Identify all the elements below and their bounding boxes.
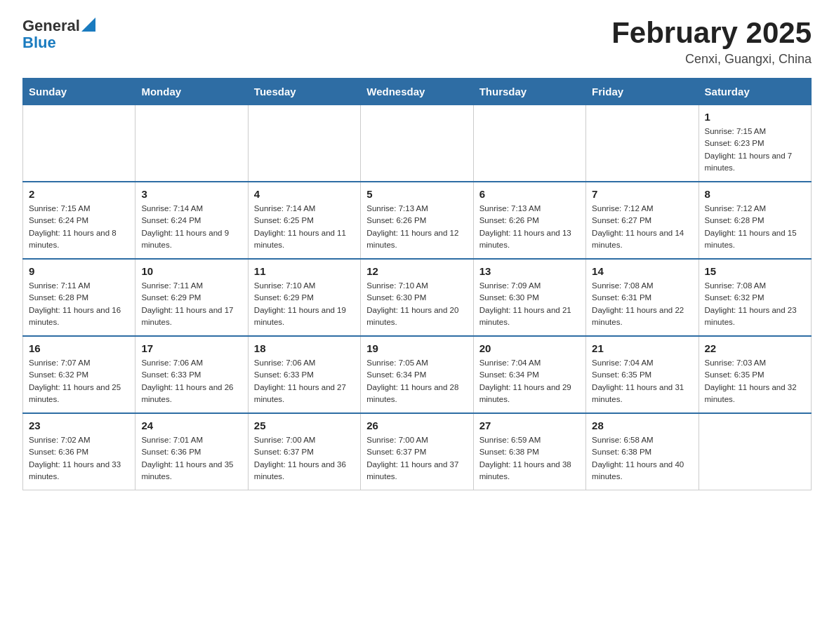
calendar-week-row: 23Sunrise: 7:02 AMSunset: 6:36 PMDayligh…: [23, 413, 812, 490]
day-info: Sunrise: 7:12 AMSunset: 6:27 PMDaylight:…: [592, 203, 692, 251]
day-number: 4: [254, 188, 355, 200]
calendar-cell: 25Sunrise: 7:00 AMSunset: 6:37 PMDayligh…: [248, 413, 360, 490]
day-number: 25: [254, 420, 355, 431]
day-number: 15: [705, 265, 805, 277]
day-number: 11: [254, 265, 355, 277]
day-number: 20: [479, 342, 580, 354]
weekday-header-row: SundayMondayTuesdayWednesdayThursdayFrid…: [23, 79, 812, 105]
day-number: 16: [29, 342, 129, 354]
day-info: Sunrise: 7:04 AMSunset: 6:34 PMDaylight:…: [479, 357, 580, 405]
day-info: Sunrise: 7:08 AMSunset: 6:31 PMDaylight:…: [592, 280, 692, 328]
day-number: 27: [479, 420, 580, 431]
day-number: 13: [479, 265, 580, 277]
calendar-week-row: 9Sunrise: 7:11 AMSunset: 6:28 PMDaylight…: [23, 259, 812, 336]
day-info: Sunrise: 7:10 AMSunset: 6:30 PMDaylight:…: [366, 280, 467, 328]
day-number: 19: [366, 342, 467, 354]
calendar-cell: [135, 105, 248, 182]
day-info: Sunrise: 7:15 AMSunset: 6:23 PMDaylight:…: [705, 126, 805, 174]
calendar-cell: 21Sunrise: 7:04 AMSunset: 6:35 PMDayligh…: [586, 336, 699, 413]
day-info: Sunrise: 6:59 AMSunset: 6:38 PMDaylight:…: [479, 434, 580, 483]
logo-general-text: General: [22, 17, 80, 35]
weekday-header-thursday: Thursday: [473, 79, 585, 105]
day-info: Sunrise: 7:06 AMSunset: 6:33 PMDaylight:…: [254, 357, 355, 405]
calendar-cell: 28Sunrise: 6:58 AMSunset: 6:38 PMDayligh…: [586, 413, 699, 490]
calendar-cell: 15Sunrise: 7:08 AMSunset: 6:32 PMDayligh…: [699, 259, 811, 336]
calendar-cell: 19Sunrise: 7:05 AMSunset: 6:34 PMDayligh…: [361, 336, 473, 413]
calendar-cell: 13Sunrise: 7:09 AMSunset: 6:30 PMDayligh…: [473, 259, 585, 336]
day-number: 6: [479, 188, 580, 200]
day-info: Sunrise: 7:10 AMSunset: 6:29 PMDaylight:…: [254, 280, 355, 328]
calendar-cell: 10Sunrise: 7:11 AMSunset: 6:29 PMDayligh…: [135, 259, 248, 336]
calendar-cell: 5Sunrise: 7:13 AMSunset: 6:26 PMDaylight…: [361, 182, 473, 259]
day-info: Sunrise: 7:03 AMSunset: 6:35 PMDaylight:…: [705, 357, 805, 405]
day-number: 9: [29, 265, 129, 277]
day-number: 17: [141, 342, 241, 354]
day-number: 10: [141, 265, 241, 277]
calendar-cell: 26Sunrise: 7:00 AMSunset: 6:37 PMDayligh…: [361, 413, 473, 490]
calendar-cell: [248, 105, 360, 182]
day-number: 5: [366, 188, 467, 200]
calendar-subtitle: Cenxi, Guangxi, China: [611, 52, 812, 67]
day-number: 21: [592, 342, 692, 354]
calendar-cell: 3Sunrise: 7:14 AMSunset: 6:24 PMDaylight…: [135, 182, 248, 259]
calendar-cell: 23Sunrise: 7:02 AMSunset: 6:36 PMDayligh…: [23, 413, 135, 490]
day-info: Sunrise: 7:13 AMSunset: 6:26 PMDaylight:…: [479, 203, 580, 251]
day-info: Sunrise: 7:06 AMSunset: 6:33 PMDaylight:…: [141, 357, 241, 405]
day-info: Sunrise: 7:04 AMSunset: 6:35 PMDaylight:…: [592, 357, 692, 405]
day-number: 7: [592, 188, 692, 200]
weekday-header-monday: Monday: [135, 79, 248, 105]
day-number: 24: [141, 420, 241, 431]
day-info: Sunrise: 7:12 AMSunset: 6:28 PMDaylight:…: [705, 203, 805, 251]
day-info: Sunrise: 7:08 AMSunset: 6:32 PMDaylight:…: [705, 280, 805, 328]
calendar-cell: [361, 105, 473, 182]
calendar-cell: 24Sunrise: 7:01 AMSunset: 6:36 PMDayligh…: [135, 413, 248, 490]
calendar-cell: 8Sunrise: 7:12 AMSunset: 6:28 PMDaylight…: [699, 182, 811, 259]
calendar-cell: 1Sunrise: 7:15 AMSunset: 6:23 PMDaylight…: [699, 105, 811, 182]
day-number: 22: [705, 342, 805, 354]
logo-blue-text: Blue: [22, 34, 56, 52]
calendar-cell: 4Sunrise: 7:14 AMSunset: 6:25 PMDaylight…: [248, 182, 360, 259]
calendar-cell: 12Sunrise: 7:10 AMSunset: 6:30 PMDayligh…: [361, 259, 473, 336]
calendar-cell: [23, 105, 135, 182]
day-number: 12: [366, 265, 467, 277]
day-number: 8: [705, 188, 805, 200]
day-info: Sunrise: 7:05 AMSunset: 6:34 PMDaylight:…: [366, 357, 467, 405]
day-number: 1: [705, 111, 805, 123]
day-info: Sunrise: 7:09 AMSunset: 6:30 PMDaylight:…: [479, 280, 580, 328]
title-block: February 2025 Cenxi, Guangxi, China: [611, 17, 812, 67]
day-number: 14: [592, 265, 692, 277]
day-info: Sunrise: 7:15 AMSunset: 6:24 PMDaylight:…: [29, 203, 129, 251]
day-number: 2: [29, 188, 129, 200]
calendar-cell: 6Sunrise: 7:13 AMSunset: 6:26 PMDaylight…: [473, 182, 585, 259]
weekday-header-saturday: Saturday: [699, 79, 811, 105]
calendar-cell: 17Sunrise: 7:06 AMSunset: 6:33 PMDayligh…: [135, 336, 248, 413]
calendar-cell: 20Sunrise: 7:04 AMSunset: 6:34 PMDayligh…: [473, 336, 585, 413]
calendar-cell: [586, 105, 699, 182]
calendar-title: February 2025: [611, 17, 812, 49]
day-info: Sunrise: 6:58 AMSunset: 6:38 PMDaylight:…: [592, 434, 692, 483]
calendar-cell: 11Sunrise: 7:10 AMSunset: 6:29 PMDayligh…: [248, 259, 360, 336]
day-info: Sunrise: 7:00 AMSunset: 6:37 PMDaylight:…: [254, 434, 355, 483]
day-number: 18: [254, 342, 355, 354]
calendar-cell: 7Sunrise: 7:12 AMSunset: 6:27 PMDaylight…: [586, 182, 699, 259]
calendar-cell: 22Sunrise: 7:03 AMSunset: 6:35 PMDayligh…: [699, 336, 811, 413]
day-info: Sunrise: 7:14 AMSunset: 6:24 PMDaylight:…: [141, 203, 241, 251]
weekday-header-friday: Friday: [586, 79, 699, 105]
weekday-header-sunday: Sunday: [23, 79, 135, 105]
day-info: Sunrise: 7:00 AMSunset: 6:37 PMDaylight:…: [366, 434, 467, 483]
weekday-header-wednesday: Wednesday: [361, 79, 473, 105]
calendar-cell: 14Sunrise: 7:08 AMSunset: 6:31 PMDayligh…: [586, 259, 699, 336]
page-header: General Blue February 2025 Cenxi, Guangx…: [22, 17, 812, 67]
calendar-cell: 18Sunrise: 7:06 AMSunset: 6:33 PMDayligh…: [248, 336, 360, 413]
calendar-cell: 27Sunrise: 6:59 AMSunset: 6:38 PMDayligh…: [473, 413, 585, 490]
day-number: 3: [141, 188, 241, 200]
day-info: Sunrise: 7:02 AMSunset: 6:36 PMDaylight:…: [29, 434, 129, 483]
calendar-week-row: 1Sunrise: 7:15 AMSunset: 6:23 PMDaylight…: [23, 105, 812, 182]
day-info: Sunrise: 7:11 AMSunset: 6:28 PMDaylight:…: [29, 280, 129, 328]
day-info: Sunrise: 7:07 AMSunset: 6:32 PMDaylight:…: [29, 357, 129, 405]
day-number: 28: [592, 420, 692, 431]
day-number: 23: [29, 420, 129, 431]
logo: General Blue: [22, 17, 95, 52]
day-info: Sunrise: 7:01 AMSunset: 6:36 PMDaylight:…: [141, 434, 241, 483]
calendar-cell: [473, 105, 585, 182]
